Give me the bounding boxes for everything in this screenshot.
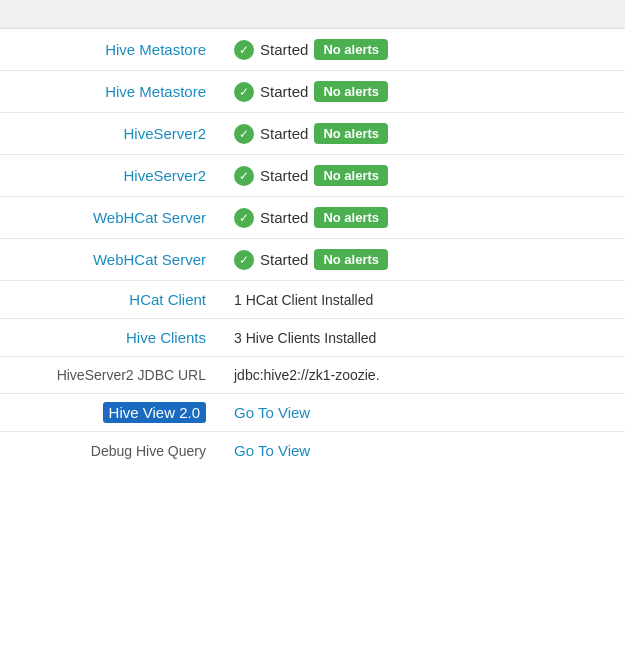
row-value-hive-metastore-1: ✓StartedNo alerts [220,29,625,71]
check-icon: ✓ [234,166,254,186]
row-label-hiveserver2-2[interactable]: HiveServer2 [0,155,220,197]
value-text: 3 Hive Clients Installed [234,330,376,346]
status-text: Started [260,83,308,100]
status-row: ✓StartedNo alerts [234,81,611,102]
row-label-hive-metastore-1[interactable]: Hive Metastore [0,29,220,71]
service-link-webhcat-server-2[interactable]: WebHCat Server [93,251,206,268]
row-label-hive-metastore-2[interactable]: Hive Metastore [0,71,220,113]
check-icon: ✓ [234,250,254,270]
status-text: Started [260,251,308,268]
service-link-hiveserver2-2[interactable]: HiveServer2 [123,167,206,184]
table-row: Hive View 2.0Go To View [0,394,625,432]
row-label-webhcat-server-2[interactable]: WebHCat Server [0,239,220,281]
table-row: HiveServer2✓StartedNo alerts [0,155,625,197]
value-text: jdbc:hive2://zk1-zoozie. [234,367,380,383]
service-link-webhcat-server-1[interactable]: WebHCat Server [93,209,206,226]
no-alerts-badge: No alerts [314,249,388,270]
status-row: ✓StartedNo alerts [234,123,611,144]
row-value-hiveserver2-jdbc: jdbc:hive2://zk1-zoozie. [220,357,625,394]
row-value-hiveserver2-1: ✓StartedNo alerts [220,113,625,155]
hive-view-label: Hive View 2.0 [103,402,206,423]
go-to-view-link-hive-view-2[interactable]: Go To View [234,404,310,421]
table-row: HCat Client1 HCat Client Installed [0,281,625,319]
table-row: Hive Metastore✓StartedNo alerts [0,29,625,71]
status-row: ✓StartedNo alerts [234,165,611,186]
row-value-hiveserver2-2: ✓StartedNo alerts [220,155,625,197]
status-text: Started [260,125,308,142]
go-to-view-link-debug-hive-query[interactable]: Go To View [234,442,310,459]
service-link-hiveserver2-1[interactable]: HiveServer2 [123,125,206,142]
value-text: 1 HCat Client Installed [234,292,373,308]
row-label-hiveserver2-1[interactable]: HiveServer2 [0,113,220,155]
table-row: Hive Metastore✓StartedNo alerts [0,71,625,113]
no-alerts-badge: No alerts [314,123,388,144]
status-row: ✓StartedNo alerts [234,249,611,270]
row-label-hive-view-2: Hive View 2.0 [0,394,220,432]
row-value-hive-clients: 3 Hive Clients Installed [220,319,625,357]
no-alerts-badge: No alerts [314,39,388,60]
status-text: Started [260,167,308,184]
table-row: WebHCat Server✓StartedNo alerts [0,239,625,281]
check-icon: ✓ [234,208,254,228]
service-link-hive-clients[interactable]: Hive Clients [126,329,206,346]
summary-table: Hive Metastore✓StartedNo alertsHive Meta… [0,29,625,469]
status-text: Started [260,41,308,58]
row-value-hive-metastore-2: ✓StartedNo alerts [220,71,625,113]
table-row: HiveServer2 JDBC URLjdbc:hive2://zk1-zoo… [0,357,625,394]
status-text: Started [260,209,308,226]
status-row: ✓StartedNo alerts [234,39,611,60]
row-value-hive-view-2: Go To View [220,394,625,432]
table-row: Debug Hive QueryGo To View [0,432,625,470]
row-label-webhcat-server-1[interactable]: WebHCat Server [0,197,220,239]
row-value-debug-hive-query: Go To View [220,432,625,470]
check-icon: ✓ [234,82,254,102]
row-value-webhcat-server-2: ✓StartedNo alerts [220,239,625,281]
no-alerts-badge: No alerts [314,165,388,186]
no-alerts-badge: No alerts [314,207,388,228]
check-icon: ✓ [234,124,254,144]
table-row: HiveServer2✓StartedNo alerts [0,113,625,155]
row-label-debug-hive-query: Debug Hive Query [0,432,220,470]
service-link-hive-metastore-2[interactable]: Hive Metastore [105,83,206,100]
row-label-hiveserver2-jdbc: HiveServer2 JDBC URL [0,357,220,394]
table-row: Hive Clients3 Hive Clients Installed [0,319,625,357]
check-icon: ✓ [234,40,254,60]
service-link-hive-metastore-1[interactable]: Hive Metastore [105,41,206,58]
table-row: WebHCat Server✓StartedNo alerts [0,197,625,239]
service-link-hcat-client[interactable]: HCat Client [129,291,206,308]
status-row: ✓StartedNo alerts [234,207,611,228]
row-value-hcat-client: 1 HCat Client Installed [220,281,625,319]
no-alerts-badge: No alerts [314,81,388,102]
row-label-hive-clients[interactable]: Hive Clients [0,319,220,357]
row-value-webhcat-server-1: ✓StartedNo alerts [220,197,625,239]
summary-header [0,0,625,29]
row-label-hcat-client[interactable]: HCat Client [0,281,220,319]
